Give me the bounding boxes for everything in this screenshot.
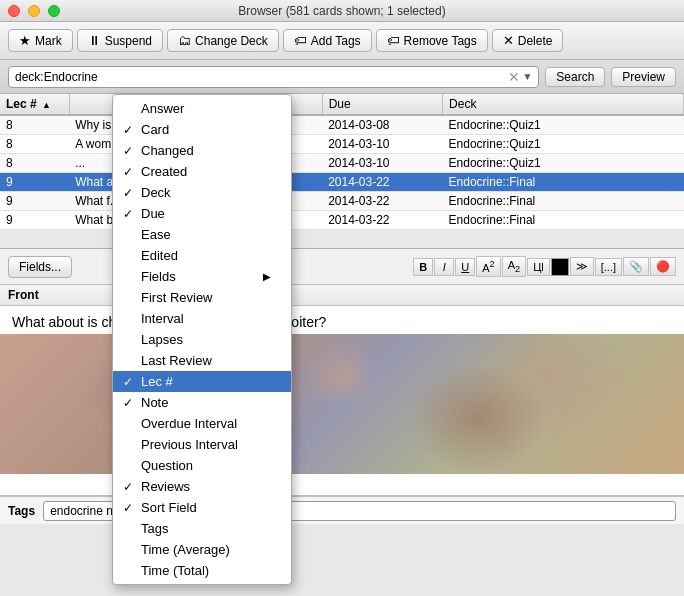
minimize-button[interactable] bbox=[28, 5, 40, 17]
color-text-button[interactable]: Цl bbox=[527, 258, 550, 276]
menu-item-edited[interactable]: Edited bbox=[113, 245, 291, 266]
italic-button[interactable]: I bbox=[434, 258, 454, 276]
record-button[interactable]: 🔴 bbox=[650, 257, 676, 276]
maximize-button[interactable] bbox=[48, 5, 60, 17]
menu-label-due: Due bbox=[141, 206, 165, 221]
superscript-button[interactable]: A2 bbox=[476, 256, 500, 277]
fields-button[interactable]: Fields... bbox=[8, 256, 72, 278]
tags-label: Tags bbox=[8, 504, 35, 518]
menu-item-sort-field[interactable]: Sort Field bbox=[113, 497, 291, 518]
remove-tags-button[interactable]: 🏷 Remove Tags bbox=[376, 29, 488, 52]
table-row[interactable]: 8 Why is... Card 1 2014-03-08 Endocrine:… bbox=[0, 115, 684, 135]
color-swatch[interactable] bbox=[551, 258, 569, 276]
search-input[interactable] bbox=[15, 70, 508, 84]
delete-icon: ✕ bbox=[503, 33, 514, 48]
menu-label-tags: Tags bbox=[141, 521, 168, 536]
menu-item-reviews[interactable]: Reviews bbox=[113, 476, 291, 497]
cell-due: 2014-03-22 bbox=[322, 211, 442, 230]
tags-bar: Tags bbox=[0, 496, 684, 524]
menu-label-overdue-interval: Overdue Interval bbox=[141, 416, 237, 431]
mark-button[interactable]: ★ Mark bbox=[8, 29, 73, 52]
front-label: Front bbox=[0, 285, 684, 306]
cell-lec: 8 bbox=[0, 115, 69, 135]
remove-tags-icon: 🏷 bbox=[387, 33, 400, 48]
window-controls[interactable] bbox=[8, 5, 63, 17]
column-dropdown-menu: AnswerCardChangedCreatedDeckDueEaseEdite… bbox=[112, 94, 292, 585]
menu-label-time-average: Time (Average) bbox=[141, 542, 230, 557]
menu-item-lec-num[interactable]: Lec # bbox=[113, 371, 291, 392]
table-row[interactable]: 9 What b... Card 1 2014-03-22 Endocrine:… bbox=[0, 211, 684, 230]
menu-label-question: Question bbox=[141, 458, 193, 473]
cell-lec: 9 bbox=[0, 192, 69, 211]
menu-label-first-review: First Review bbox=[141, 290, 213, 305]
cell-deck: Endocrine::Quiz1 bbox=[443, 154, 684, 173]
table-row[interactable]: 9 What f... Card 1 2014-03-22 Endocrine:… bbox=[0, 192, 684, 211]
preview-button[interactable]: Preview bbox=[611, 67, 676, 87]
menu-item-tags[interactable]: Tags bbox=[113, 518, 291, 539]
mark-icon: ★ bbox=[19, 33, 31, 48]
menu-item-answer[interactable]: Answer bbox=[113, 98, 291, 119]
underline-button[interactable]: U bbox=[455, 258, 475, 276]
menu-item-interval[interactable]: Interval bbox=[113, 308, 291, 329]
search-dropdown-icon[interactable]: ▼ bbox=[522, 71, 532, 82]
sort-arrow-icon: ▲ bbox=[42, 100, 51, 110]
menu-item-last-review[interactable]: Last Review bbox=[113, 350, 291, 371]
html-button[interactable]: ≫ bbox=[570, 257, 594, 276]
menu-item-first-review[interactable]: First Review bbox=[113, 287, 291, 308]
menu-item-previous-interval[interactable]: Previous Interval bbox=[113, 434, 291, 455]
cell-due: 2014-03-22 bbox=[322, 192, 442, 211]
menu-label-ease: Ease bbox=[141, 227, 171, 242]
col-due-header[interactable]: Due bbox=[322, 94, 442, 115]
table-row[interactable]: 8 ... Card 1 2014-03-10 Endocrine::Quiz1 bbox=[0, 154, 684, 173]
menu-item-time-total[interactable]: Time (Total) bbox=[113, 560, 291, 581]
menu-item-time-average[interactable]: Time (Average) bbox=[113, 539, 291, 560]
add-tags-button[interactable]: 🏷 Add Tags bbox=[283, 29, 372, 52]
menu-item-deck[interactable]: Deck bbox=[113, 182, 291, 203]
col-lec-header[interactable]: Lec # ▲ bbox=[0, 94, 69, 115]
menu-item-created[interactable]: Created bbox=[113, 161, 291, 182]
menu-label-created: Created bbox=[141, 164, 187, 179]
menu-item-ease[interactable]: Ease bbox=[113, 224, 291, 245]
menu-item-lapses[interactable]: Lapses bbox=[113, 329, 291, 350]
menu-label-lapses: Lapses bbox=[141, 332, 183, 347]
menu-label-note: Note bbox=[141, 395, 168, 410]
attach-button[interactable]: 📎 bbox=[623, 257, 649, 276]
search-input-wrap[interactable]: ✕ ▼ bbox=[8, 66, 539, 88]
title-bar: Browser (581 cards shown; 1 selected) bbox=[0, 0, 684, 22]
col-deck-header[interactable]: Deck bbox=[443, 94, 684, 115]
menu-label-fields: Fields bbox=[141, 269, 176, 284]
microscope-image bbox=[0, 334, 684, 474]
menu-label-changed: Changed bbox=[141, 143, 194, 158]
add-tags-icon: 🏷 bbox=[294, 33, 307, 48]
table-row[interactable]: 8 A wom... Card 1 2014-03-10 Endocrine::… bbox=[0, 135, 684, 154]
cell-lec: 9 bbox=[0, 173, 69, 192]
menu-label-lec-num: Lec # bbox=[141, 374, 173, 389]
cell-due: 2014-03-08 bbox=[322, 115, 442, 135]
subscript-button[interactable]: A2 bbox=[502, 256, 526, 277]
menu-item-due[interactable]: Due bbox=[113, 203, 291, 224]
close-button[interactable] bbox=[8, 5, 20, 17]
change-deck-button[interactable]: 🗂 Change Deck bbox=[167, 29, 279, 52]
delete-button[interactable]: ✕ Delete bbox=[492, 29, 564, 52]
cloze-button[interactable]: [...] bbox=[595, 258, 622, 276]
cell-due: 2014-03-10 bbox=[322, 154, 442, 173]
cell-due: 2014-03-22 bbox=[322, 173, 442, 192]
suspend-icon: ⏸ bbox=[88, 33, 101, 48]
menu-item-changed[interactable]: Changed bbox=[113, 140, 291, 161]
table-row[interactable]: 9 What a... Card 1 2014-03-22 Endocrine:… bbox=[0, 173, 684, 192]
menu-item-overdue-interval[interactable]: Overdue Interval bbox=[113, 413, 291, 434]
menu-item-card[interactable]: Card bbox=[113, 119, 291, 140]
cell-deck: Endocrine::Final bbox=[443, 192, 684, 211]
menu-item-fields[interactable]: Fields▶ bbox=[113, 266, 291, 287]
search-clear-icon[interactable]: ✕ bbox=[508, 69, 520, 85]
cell-lec: 8 bbox=[0, 135, 69, 154]
suspend-button[interactable]: ⏸ Suspend bbox=[77, 29, 163, 52]
menu-item-question[interactable]: Question bbox=[113, 455, 291, 476]
cell-due: 2014-03-10 bbox=[322, 135, 442, 154]
change-deck-icon: 🗂 bbox=[178, 33, 191, 48]
menu-item-note[interactable]: Note bbox=[113, 392, 291, 413]
bold-button[interactable]: B bbox=[413, 258, 433, 276]
menu-label-reviews: Reviews bbox=[141, 479, 190, 494]
menu-label-previous-interval: Previous Interval bbox=[141, 437, 238, 452]
search-button[interactable]: Search bbox=[545, 67, 605, 87]
